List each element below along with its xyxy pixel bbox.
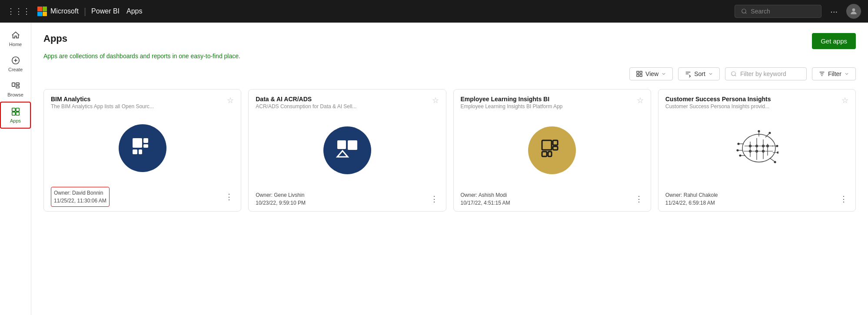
svg-rect-27	[133, 149, 137, 154]
app-card-customer: Customer Success Persona Insights Custom…	[658, 89, 856, 212]
page-subtitle: Apps are collections of dashboards and r…	[43, 53, 856, 60]
svg-point-67	[762, 150, 765, 152]
owner-date-employee: 10/17/22, 4:51:15 AM	[461, 199, 510, 207]
svg-rect-6	[12, 83, 14, 86]
more-menu-employee[interactable]: ⋮	[635, 194, 644, 204]
svg-point-42	[737, 149, 738, 151]
owner-date-data-ai: 10/23/22, 9:59:10 PM	[256, 199, 306, 207]
sidebar-create-label: Create	[8, 67, 23, 72]
keyword-input[interactable]	[740, 70, 801, 77]
app-owner-customer: Owner: Rahul Chakole 11/24/22, 6:59:18 A…	[665, 191, 718, 207]
more-menu-data-ai[interactable]: ⋮	[430, 194, 439, 204]
svg-rect-16	[640, 74, 642, 76]
owner-name-bim: Owner: David Bonnin 11/25/22, 11:30:06 A…	[54, 189, 106, 205]
view-chevron-icon	[661, 71, 666, 76]
svg-line-1	[745, 13, 747, 14]
svg-rect-11	[12, 112, 15, 115]
get-apps-button[interactable]: Get apps	[812, 33, 856, 49]
app-icon-customer	[735, 129, 778, 172]
app-card-info-employee: Employee Learning Insights BI Employee L…	[461, 96, 563, 110]
svg-rect-28	[139, 149, 142, 154]
star-icon-data-ai[interactable]: ☆	[432, 96, 439, 105]
sidebar-item-browse[interactable]: Browse	[0, 76, 31, 102]
svg-line-53	[770, 158, 774, 161]
app-icon-area-data-ai	[249, 114, 446, 187]
more-menu-bim[interactable]: ⋮	[225, 192, 234, 202]
svg-rect-30	[348, 140, 357, 150]
svg-rect-25	[143, 138, 148, 143]
sidebar-item-apps[interactable]: Apps	[0, 102, 31, 129]
filter-search-icon	[731, 71, 737, 77]
view-button[interactable]: View	[629, 67, 673, 80]
svg-rect-9	[12, 108, 15, 111]
app-launcher-icon[interactable]: ⋮⋮⋮	[7, 7, 30, 16]
svg-point-64	[767, 145, 769, 147]
svg-point-54	[774, 161, 776, 163]
user-avatar[interactable]	[846, 4, 861, 19]
sidebar-item-create[interactable]: Create	[0, 51, 31, 76]
filter-icon	[818, 70, 825, 77]
svg-point-61	[749, 145, 752, 147]
data-ai-icon	[336, 139, 359, 162]
owner-date-bim: 11/25/22, 11:30:06 AM	[54, 197, 106, 205]
app-icon-data-ai	[323, 126, 371, 174]
topbar-search[interactable]	[735, 5, 821, 18]
sidebar-item-home[interactable]: Home	[0, 26, 31, 51]
sort-icon	[685, 70, 692, 77]
main-layout: Home Create Browse Apps Apps Get app	[0, 23, 868, 315]
app-card-bim: BIM Analytics The BIM Analytics App list…	[43, 89, 241, 212]
browse-icon	[11, 81, 20, 90]
more-menu-customer[interactable]: ⋮	[840, 194, 848, 204]
svg-rect-10	[16, 108, 19, 111]
circuit-icon	[735, 129, 778, 172]
more-options-icon[interactable]: ···	[830, 7, 838, 17]
star-icon-customer[interactable]: ☆	[841, 96, 848, 105]
search-input[interactable]	[751, 8, 807, 15]
app-icon-area-bim	[44, 114, 241, 182]
brand-sep: |	[84, 7, 86, 17]
svg-point-38	[742, 134, 775, 162]
view-icon	[636, 70, 643, 77]
sidebar-browse-label: Browse	[7, 92, 23, 97]
svg-point-0	[742, 9, 746, 13]
app-card-footer-data-ai: Owner: Gene Livshin 10/23/22, 9:59:10 PM…	[249, 187, 446, 211]
create-icon	[11, 56, 20, 65]
filter-keyword-input[interactable]	[725, 67, 807, 80]
owner-label-customer: Owner: Rahul Chakole	[665, 191, 718, 199]
page-header: Apps Get apps	[43, 33, 856, 49]
filter-button[interactable]: Filter	[812, 67, 856, 80]
svg-rect-12	[16, 112, 19, 115]
owner-label-employee: Owner: Ashish Modi	[461, 191, 510, 199]
sort-button[interactable]: Sort	[678, 67, 720, 80]
powerbi-label: Power BI	[91, 7, 120, 15]
app-card-info-bim: BIM Analytics The BIM Analytics App list…	[51, 96, 154, 110]
topbar: ⋮⋮⋮ Microsoft | Power BI Apps ···	[0, 0, 868, 23]
app-card-header-employee: Employee Learning Insights BI Employee L…	[454, 90, 651, 114]
app-owner-employee: Owner: Ashish Modi 10/17/22, 4:51:15 AM	[461, 191, 510, 207]
app-desc-employee: Employee Learning Insights BI Platform A…	[461, 103, 563, 110]
app-desc-bim: The BIM Analytics App lists all Open Sou…	[51, 103, 154, 110]
app-icon-area-employee	[454, 114, 651, 187]
home-icon	[11, 30, 20, 40]
star-icon-bim[interactable]: ☆	[227, 96, 234, 105]
svg-rect-29	[337, 140, 346, 149]
svg-point-63	[762, 145, 765, 147]
topbar-app-label: Apps	[126, 7, 142, 15]
search-icon	[741, 8, 747, 14]
svg-point-65	[749, 150, 752, 152]
owner-label-data-ai: Owner: Gene Livshin	[256, 191, 306, 199]
svg-rect-24	[133, 138, 142, 148]
view-label: View	[645, 70, 658, 77]
app-card-header-bim: BIM Analytics The BIM Analytics App list…	[44, 90, 241, 114]
ms-logo: Microsoft | Power BI	[37, 7, 120, 17]
app-icon-bim	[119, 124, 166, 172]
app-card-employee: Employee Learning Insights BI Employee L…	[453, 89, 651, 212]
bim-icon	[131, 136, 154, 160]
app-card-info-customer: Customer Success Persona Insights Custom…	[665, 96, 771, 110]
svg-rect-34	[553, 140, 558, 145]
svg-point-19	[732, 72, 735, 76]
star-icon-employee[interactable]: ☆	[637, 96, 644, 105]
svg-point-62	[756, 145, 758, 147]
svg-rect-35	[553, 146, 558, 150]
svg-rect-33	[542, 140, 552, 150]
